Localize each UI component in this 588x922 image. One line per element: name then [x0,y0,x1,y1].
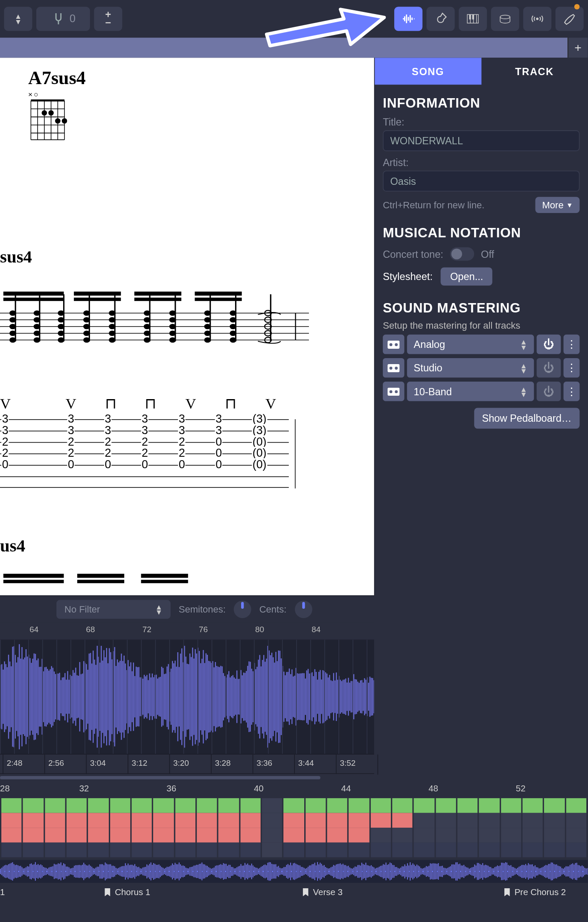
section-marker[interactable]: Verse 3 [302,887,343,897]
cents-knob[interactable] [294,600,312,618]
mastering-select-1[interactable]: Studio▲▼ [407,358,534,378]
svg-rect-599 [278,866,279,877]
concert-toggle[interactable] [450,247,474,260]
svg-rect-357 [328,677,329,716]
waveform-view-button[interactable] [394,7,422,31]
mastering-power-1[interactable]: ⏻ [537,358,561,378]
svg-rect-361 [333,673,334,721]
svg-rect-660 [360,866,361,878]
svg-rect-114 [1,664,2,729]
section-marker[interactable]: 1 [0,887,5,897]
svg-point-936 [498,871,499,872]
svg-rect-230 [157,679,158,715]
waveform[interactable] [0,639,374,754]
svg-rect-431 [52,866,53,876]
svg-rect-459 [90,866,91,877]
mastering-select-2[interactable]: 10-Band▲▼ [407,382,534,401]
svg-rect-206 [125,663,126,730]
svg-rect-244 [176,667,177,727]
mastering-menu-1[interactable]: ⋮ [564,358,580,378]
svg-rect-283 [228,671,229,722]
svg-rect-237 [166,666,167,727]
svg-rect-824 [580,866,581,877]
tuner-button[interactable] [556,7,584,31]
broadcast-button[interactable] [523,7,551,31]
svg-rect-170 [76,675,77,718]
svg-point-897 [314,871,316,872]
svg-rect-179 [89,654,90,740]
svg-rect-543 [203,864,204,878]
piano-view-button[interactable] [459,7,487,31]
svg-rect-820 [575,863,576,880]
svg-point-942 [526,871,527,872]
mastering-desc: Setup the mastering for all tracks [383,320,579,330]
svg-rect-337 [301,673,302,720]
svg-rect-512 [161,867,162,875]
svg-rect-639 [332,867,333,876]
mastering-power-2[interactable]: ⏻ [537,382,561,401]
svg-rect-781 [523,865,524,878]
pedalboard-button[interactable]: Show Pedalboard… [474,408,580,429]
svg-rect-667 [370,866,370,877]
svg-rect-726 [448,867,449,876]
svg-rect-771 [509,866,510,877]
svg-rect-659 [359,865,360,878]
score-view[interactable]: A7sus4 ×○ sus4 [0,58,374,595]
time-ruler: 2:48 2:56 3:04 3:12 3:20 3:28 3:36 3:44 … [0,754,374,774]
svg-rect-153 [54,671,55,722]
section-marker[interactable]: Chorus 1 [104,887,150,897]
svg-rect-424 [43,867,44,876]
svg-rect-762 [497,866,498,878]
svg-rect-336 [300,674,300,720]
section-marker[interactable]: Pre Chorus 2 [504,887,566,897]
svg-point-875 [211,871,212,872]
svg-rect-663 [364,865,365,878]
global-waveform[interactable] [0,860,588,883]
svg-rect-201 [118,662,119,731]
mastering-select-0[interactable]: Analog▲▼ [407,335,534,354]
svg-rect-190 [103,650,104,743]
drums-view-button[interactable] [491,7,519,31]
semitones-knob[interactable] [234,600,251,618]
svg-rect-353 [323,670,323,723]
mastering-power-0[interactable]: ⏻ [537,335,561,354]
tab-track[interactable]: TRACK [481,58,588,85]
svg-point-907 [361,871,363,872]
svg-point-915 [399,871,400,872]
mastering-menu-0[interactable]: ⋮ [564,335,580,354]
svg-rect-789 [533,866,534,876]
svg-point-854 [112,871,114,872]
svg-point-879 [230,871,231,872]
svg-point-74 [169,310,176,316]
more-button[interactable]: More▼ [536,197,580,213]
svg-point-922 [432,871,433,872]
tab-song[interactable]: SONG [375,58,481,85]
svg-rect-552 [215,866,216,877]
mastering-menu-2[interactable]: ⋮ [564,382,580,401]
svg-rect-213 [134,676,135,718]
add-track-button[interactable]: + [568,38,588,58]
guitar-icon [433,12,448,26]
strum-row: V V ⊓ ⊓ V ⊓ V [0,395,276,413]
sort-button[interactable]: ▲▼ [4,7,32,31]
scroll-thumb[interactable] [0,776,320,779]
increment-buttons[interactable]: +− [94,7,122,31]
svg-rect-739 [466,867,467,875]
open-stylesheet-button[interactable]: Open... [441,267,493,285]
filter-select[interactable]: No Filter▲▼ [56,600,171,619]
svg-point-831 [4,871,6,872]
tuning-stepper[interactable]: 0 [36,7,90,31]
svg-rect-161 [64,673,65,721]
svg-rect-372 [348,678,349,716]
svg-point-843 [61,871,62,872]
artist-input[interactable] [383,171,579,192]
svg-rect-719 [439,866,440,876]
svg-rect-300 [251,669,252,725]
title-input[interactable] [383,130,579,151]
svg-rect-747 [477,863,478,880]
svg-point-20 [42,110,47,116]
guitar-view-button[interactable] [426,7,454,31]
music-notation [0,286,309,376]
svg-rect-341 [306,671,307,723]
svg-point-869 [183,871,184,872]
